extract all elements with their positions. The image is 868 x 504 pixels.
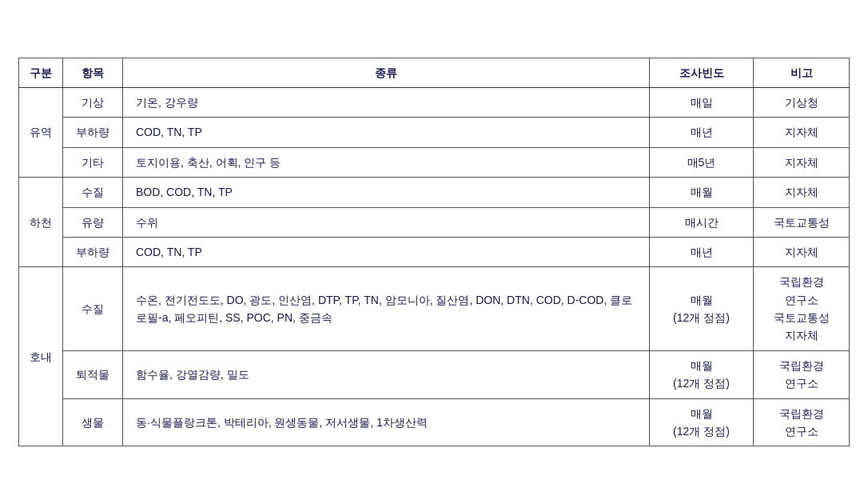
type-cell: BOD, COD, TN, TP xyxy=(123,178,650,207)
data-table: 구분 항목 종류 조사빈도 비고 유역기상기온, 강우량매일기상청부하량COD,… xyxy=(18,58,850,447)
table-row: 유역기상기온, 강우량매일기상청 xyxy=(19,87,850,117)
note-cell: 기상청 xyxy=(754,87,850,117)
header-freq: 조사빈도 xyxy=(650,58,754,87)
freq-cell: 매일 xyxy=(650,87,754,117)
freq-cell: 매5년 xyxy=(650,147,754,177)
main-table-wrapper: 구분 항목 종류 조사빈도 비고 유역기상기온, 강우량매일기상청부하량COD,… xyxy=(18,58,850,447)
header-item: 항목 xyxy=(63,58,123,87)
type-cell: 기온, 강우량 xyxy=(123,87,650,117)
note-cell: 국립환경 연구소 국토교통성 지자체 xyxy=(754,267,850,351)
table-row: 유량수위매시간국토교통성 xyxy=(19,207,850,237)
header-row: 구분 항목 종류 조사빈도 비고 xyxy=(19,58,850,87)
table-row: 하천수질BOD, COD, TN, TP매월지자체 xyxy=(19,178,850,207)
item-cell: 수질 xyxy=(63,267,123,351)
note-cell: 지자체 xyxy=(754,237,850,266)
note-cell: 지자체 xyxy=(754,118,850,147)
item-cell: 부하량 xyxy=(63,237,123,266)
type-cell: 수위 xyxy=(123,207,650,237)
table-row: 기타토지이용, 축산, 어획, 인구 등매5년지자체 xyxy=(19,147,850,177)
table-row: 부하량COD, TN, TP매년지자체 xyxy=(19,237,850,266)
category-cell: 유역 xyxy=(19,87,63,177)
table-row: 퇴적물함수율, 강열감량, 밀도매월 (12개 정점)국립환경 연구소 xyxy=(19,350,850,398)
note-cell: 국립환경 연구소 xyxy=(754,350,850,398)
table-row: 생물동·식물플랑크톤, 박테리아, 원생동물, 저서생물, 1차생산력매월 (1… xyxy=(19,398,850,446)
header-type: 종류 xyxy=(123,58,650,87)
category-cell: 호내 xyxy=(19,267,63,446)
freq-cell: 매년 xyxy=(650,118,754,147)
table-row: 호내수질수온, 전기전도도, DO, 광도, 인산염, DTP, TP, TN,… xyxy=(19,267,850,351)
item-cell: 기상 xyxy=(63,87,123,117)
freq-cell: 매월 (12개 정점) xyxy=(650,398,754,446)
item-cell: 유량 xyxy=(63,207,123,237)
type-cell: COD, TN, TP xyxy=(123,237,650,266)
note-cell: 국립환경 연구소 xyxy=(754,398,850,446)
item-cell: 수질 xyxy=(63,178,123,207)
freq-cell: 매월 (12개 정점) xyxy=(650,350,754,398)
type-cell: 토지이용, 축산, 어획, 인구 등 xyxy=(123,147,650,177)
note-cell: 지자체 xyxy=(754,147,850,177)
freq-cell: 매월 (12개 정점) xyxy=(650,267,754,351)
type-cell: 수온, 전기전도도, DO, 광도, 인산염, DTP, TP, TN, 암모니… xyxy=(123,267,650,351)
header-category: 구분 xyxy=(19,58,63,87)
type-cell: COD, TN, TP xyxy=(123,118,650,147)
item-cell: 기타 xyxy=(63,147,123,177)
type-cell: 함수율, 강열감량, 밀도 xyxy=(123,350,650,398)
freq-cell: 매년 xyxy=(650,237,754,266)
category-cell: 하천 xyxy=(19,178,63,267)
table-row: 부하량COD, TN, TP매년지자체 xyxy=(19,118,850,147)
item-cell: 생물 xyxy=(63,398,123,446)
note-cell: 지자체 xyxy=(754,178,850,207)
item-cell: 부하량 xyxy=(63,118,123,147)
freq-cell: 매월 xyxy=(650,178,754,207)
header-note: 비고 xyxy=(754,58,850,87)
item-cell: 퇴적물 xyxy=(63,350,123,398)
freq-cell: 매시간 xyxy=(650,207,754,237)
type-cell: 동·식물플랑크톤, 박테리아, 원생동물, 저서생물, 1차생산력 xyxy=(123,398,650,446)
note-cell: 국토교통성 xyxy=(754,207,850,237)
